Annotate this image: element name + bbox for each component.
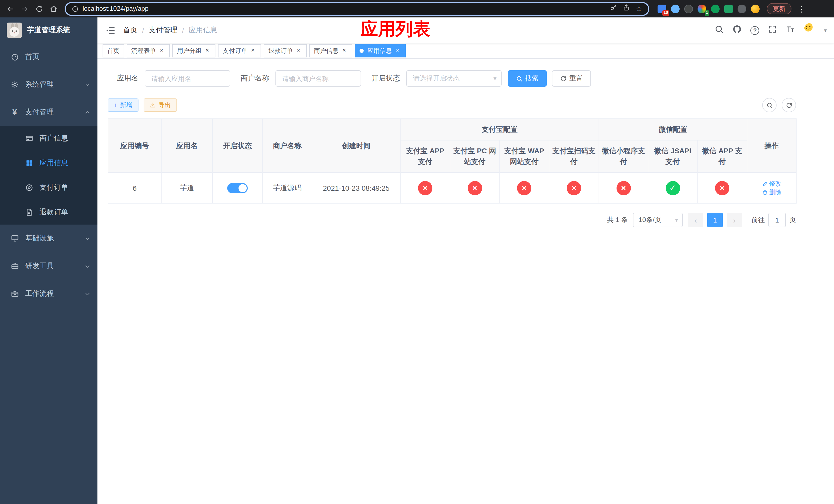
- merchant-name-input[interactable]: [276, 70, 361, 87]
- avatar-caret-icon[interactable]: ▾: [824, 27, 827, 38]
- sidebar-item-refund-order[interactable]: 退款订单: [0, 200, 97, 225]
- breadcrumb-home[interactable]: 首页: [123, 26, 137, 35]
- app-name-label: 应用名: [117, 74, 138, 83]
- sidebar-item-pay-order[interactable]: 支付订单: [0, 175, 97, 200]
- extension-icon-5[interactable]: [711, 4, 720, 13]
- bookmark-star-icon[interactable]: ☆: [636, 5, 642, 12]
- col-status: 开启状态: [213, 119, 262, 173]
- trash-icon: [762, 189, 768, 195]
- tab-app-info[interactable]: 应用信息 ×: [355, 44, 406, 58]
- extension-icon-1[interactable]: 10: [658, 4, 666, 13]
- sidebar-item-payment[interactable]: ¥ 支付管理: [0, 98, 97, 126]
- tab-close-icon[interactable]: ×: [295, 47, 302, 54]
- app-table-wrap: 应用编号 应用名 开启状态 商户名称 创建时间 支付宝配置 微信配置 操作 支付…: [108, 118, 824, 204]
- table-row: 6 芋道 芋道源码 2021-10-23 08:49:25 × × × × × …: [108, 173, 796, 203]
- col-wechat-jsapi: 微信 JSAPI 支付: [648, 140, 697, 173]
- extension-icon-4[interactable]: 1: [698, 4, 706, 13]
- tab-refund-order[interactable]: 退款订单 ×: [264, 44, 307, 58]
- chevron-down-icon: [85, 291, 90, 297]
- tab-pay-order[interactable]: 支付订单 ×: [218, 44, 261, 58]
- chevron-down-icon: [85, 235, 90, 241]
- sidebar-item-merchant-info[interactable]: 商户信息: [0, 126, 97, 151]
- tab-close-icon[interactable]: ×: [249, 47, 257, 54]
- next-page-button[interactable]: ›: [727, 213, 742, 227]
- app-title: 芋道管理系统: [27, 26, 70, 35]
- sidebar: 芋道管理系统 首页 系统管理 ¥ 支付管理: [0, 18, 97, 504]
- cell-app-name: 芋道: [161, 173, 213, 203]
- sidebar-item-system[interactable]: 系统管理: [0, 71, 97, 98]
- sidebar-item-workflow[interactable]: 工作流程: [0, 280, 97, 307]
- sidebar-menu: 首页 系统管理 ¥ 支付管理: [0, 43, 97, 307]
- goto-page-input[interactable]: [768, 213, 786, 227]
- site-info-icon[interactable]: [72, 5, 79, 12]
- browser-update-button[interactable]: 更新: [767, 3, 791, 14]
- sidebar-item-app-info[interactable]: 应用信息: [0, 151, 97, 175]
- github-icon[interactable]: [733, 25, 742, 36]
- sidebar-item-home[interactable]: 首页: [0, 43, 97, 71]
- tab-close-icon[interactable]: ×: [204, 47, 211, 54]
- table-toolbar: + 新增 导出: [108, 98, 796, 112]
- sidebar-item-devtools[interactable]: 研发工具: [0, 252, 97, 280]
- sidebar-item-infra[interactable]: 基础设施: [0, 225, 97, 252]
- merchant-card-icon: [25, 134, 33, 143]
- tab-close-icon[interactable]: ×: [158, 47, 165, 54]
- extension-icon-2[interactable]: [671, 4, 680, 13]
- url-text[interactable]: localhost:1024/pay/app: [83, 5, 606, 12]
- help-icon[interactable]: ?: [751, 26, 760, 35]
- status-toggle[interactable]: [227, 183, 248, 193]
- browser-forward-icon[interactable]: [19, 3, 31, 15]
- navbar-actions: ? ▾: [715, 23, 834, 38]
- sidebar-toggle-icon[interactable]: [97, 18, 123, 43]
- fullscreen-icon[interactable]: [768, 25, 777, 36]
- col-created: 创建时间: [312, 119, 400, 173]
- gear-icon: [10, 80, 19, 89]
- user-avatar[interactable]: [804, 23, 819, 38]
- export-button[interactable]: 导出: [144, 98, 177, 112]
- tab-close-icon[interactable]: ×: [394, 47, 401, 54]
- col-alipay-wap: 支付宝 WAP 网站支付: [499, 140, 549, 173]
- download-icon: [150, 102, 156, 108]
- status-label: 开启状态: [371, 74, 400, 83]
- chevron-down-icon: ▾: [675, 216, 678, 224]
- refresh-icon: [786, 102, 792, 109]
- wechat-mini-status-icon: ×: [616, 181, 631, 195]
- add-button[interactable]: + 新增: [108, 98, 138, 112]
- app-logo[interactable]: 芋道管理系统: [0, 18, 97, 43]
- extension-icon-7[interactable]: [738, 4, 746, 13]
- browser-back-icon[interactable]: [4, 3, 16, 15]
- tab-user-group[interactable]: 用户分组 ×: [172, 44, 215, 58]
- browser-reload-icon[interactable]: [33, 3, 45, 15]
- browser-profile-avatar[interactable]: [751, 4, 760, 13]
- alipay-pc-status-icon: ×: [467, 181, 482, 195]
- page-size-select[interactable]: 10条/页 ▾: [633, 213, 683, 227]
- status-select[interactable]: 请选择开启状态 ▾: [406, 70, 502, 87]
- search-button[interactable]: 搜索: [508, 70, 547, 87]
- edit-link[interactable]: 修改: [762, 179, 782, 188]
- col-alipay-pc: 支付宝 PC 网站支付: [450, 140, 499, 173]
- browser-menu-icon[interactable]: ⋮: [797, 5, 805, 13]
- reset-button[interactable]: 重置: [552, 70, 591, 87]
- font-size-icon[interactable]: [786, 25, 795, 36]
- share-icon[interactable]: [623, 4, 630, 13]
- search-icon[interactable]: [715, 25, 724, 36]
- col-wechat-app: 微信 APP 支付: [697, 140, 747, 173]
- tab-home[interactable]: 首页: [103, 44, 124, 58]
- app-name-input[interactable]: [145, 70, 230, 87]
- address-bar[interactable]: localhost:1024/pay/app ☆: [65, 2, 649, 16]
- tab-process-form[interactable]: 流程表单 ×: [127, 44, 170, 58]
- breadcrumb-payment[interactable]: 支付管理: [149, 26, 177, 35]
- tab-merchant-info[interactable]: 商户信息 ×: [309, 44, 352, 58]
- browser-home-icon[interactable]: [47, 3, 60, 15]
- refresh-button[interactable]: [782, 98, 796, 112]
- chevron-down-icon: ▾: [493, 75, 497, 82]
- delete-link[interactable]: 删除: [762, 188, 782, 197]
- col-alipay-app: 支付宝 APP 支付: [400, 140, 450, 173]
- password-key-icon[interactable]: [610, 4, 617, 13]
- extension-icon-6[interactable]: [724, 4, 733, 13]
- prev-page-button[interactable]: ‹: [688, 213, 703, 227]
- tab-close-icon[interactable]: ×: [341, 47, 348, 54]
- extensions-row: 10 1: [658, 4, 760, 13]
- toggle-search-button[interactable]: [762, 98, 776, 112]
- page-number-current[interactable]: 1: [707, 213, 723, 227]
- extension-icon-3[interactable]: [684, 4, 693, 13]
